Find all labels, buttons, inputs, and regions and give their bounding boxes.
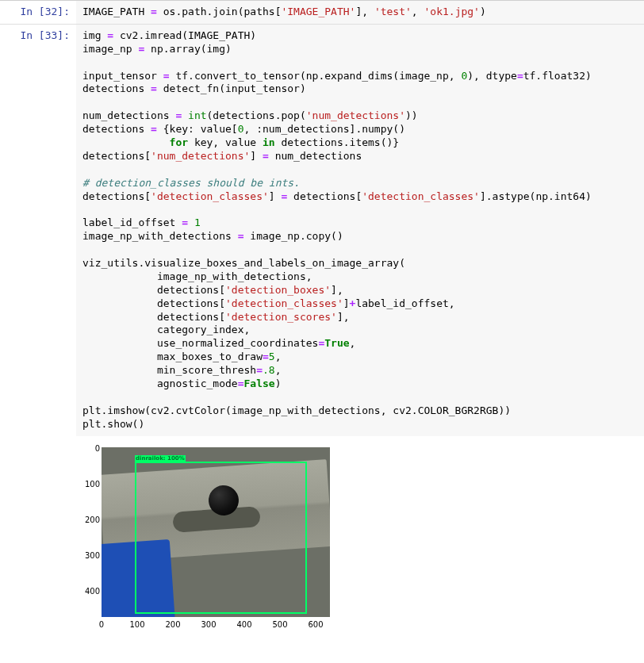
output-cell-33: 0 100 200 300 400 dinrailok: 100% 0 100 … <box>0 436 644 640</box>
ytick-label: 200 <box>79 515 100 525</box>
ytick-label: 400 <box>79 586 100 596</box>
notebook: In [32]: IMAGE_PATH = os.path.join(paths… <box>0 0 644 640</box>
xtick-label: 400 <box>236 619 251 630</box>
detection-box <box>135 462 307 614</box>
output-area: 0 100 200 300 400 dinrailok: 100% 0 100 … <box>70 436 644 640</box>
code-content: img = cv2.imread(IMAGE_PATH) image_np = … <box>82 29 638 431</box>
code-input-area[interactable]: img = cv2.imread(IMAGE_PATH) image_np = … <box>76 25 644 436</box>
xtick-label: 200 <box>165 619 180 630</box>
xtick-label: 600 <box>308 619 323 630</box>
ytick-label: 100 <box>79 479 100 489</box>
code-cell-33: In [33]: img = cv2.imread(IMAGE_PATH) im… <box>0 24 644 436</box>
input-prompt: In [32]: <box>0 1 76 24</box>
xtick-label: 0 <box>99 619 104 630</box>
code-content: IMAGE_PATH = os.path.join(paths['IMAGE_P… <box>82 6 638 19</box>
ytick-label: 0 <box>79 443 100 454</box>
code-input-area[interactable]: IMAGE_PATH = os.path.join(paths['IMAGE_P… <box>76 1 644 24</box>
input-prompt: In [33]: <box>0 25 76 436</box>
axes-image: dinrailok: 100% <box>102 447 330 617</box>
matplotlib-figure: 0 100 200 300 400 dinrailok: 100% 0 100 … <box>76 441 338 635</box>
output-prompt <box>0 436 70 640</box>
xtick-label: 300 <box>201 619 216 630</box>
xtick-label: 100 <box>129 619 144 630</box>
detection-label: dinrailok: 100% <box>135 455 186 462</box>
code-cell-32: In [32]: IMAGE_PATH = os.path.join(paths… <box>0 0 644 24</box>
ytick-label: 300 <box>79 550 100 561</box>
xtick-label: 500 <box>272 619 287 630</box>
